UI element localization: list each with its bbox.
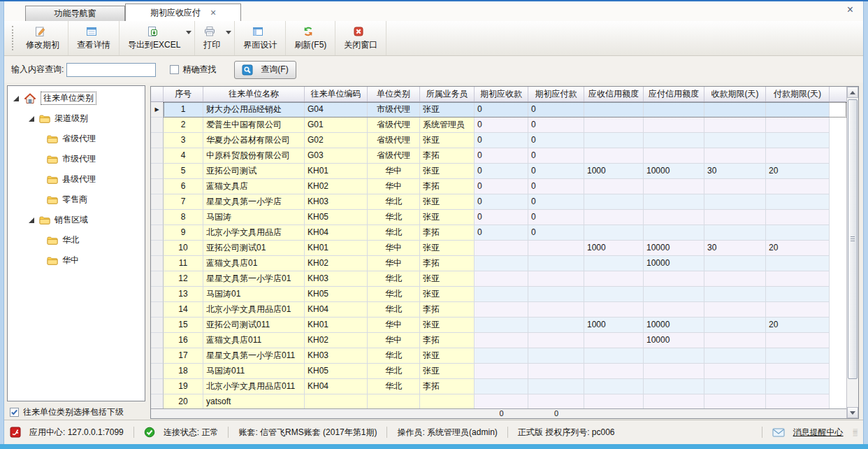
column-header-10[interactable]: 付款期限(天) (766, 87, 830, 101)
tree-node-root[interactable]: 往来单位类别 (8, 88, 145, 108)
column-header-7[interactable]: 应收信用额度 (584, 87, 644, 101)
toolbar-button-edit[interactable]: 修改期初 (17, 21, 68, 55)
close-icon[interactable]: × (847, 3, 853, 16)
tree-node-leaf-0-2[interactable]: 县级代理 (8, 169, 145, 190)
resize-grip[interactable]: ▒ (853, 429, 858, 436)
cell: 华北 (368, 302, 420, 318)
column-header-6[interactable]: 期初应付款 (528, 87, 584, 101)
cell: 蓝猫文具店01 (203, 256, 305, 271)
cell (584, 271, 644, 287)
expander-icon[interactable] (13, 96, 19, 101)
include-sub-label: 往来单位类别选择包括下级 (23, 406, 124, 418)
cell (644, 133, 704, 148)
table-row[interactable]: 13马国涛01KH05华北张亚 (151, 287, 846, 302)
cell: 华中 (368, 256, 420, 271)
exact-match-checkbox[interactable] (170, 65, 179, 74)
table-row[interactable]: 16蓝猫文具店011KH02华中李拓10000 (151, 333, 846, 348)
table-row[interactable]: 8马国涛KH05华北张亚00 (151, 210, 846, 225)
table-row[interactable]: 2爱普生中国有限公司G01省级代理系统管理员00 (151, 117, 846, 133)
toolbar-button-refresh[interactable]: 刷新(F5) (286, 21, 335, 55)
toolbar-button-print[interactable]: 打印 (195, 21, 235, 55)
cell: 0 (528, 117, 584, 133)
row-marker (151, 194, 164, 210)
column-header-4[interactable]: 所属业务员 (420, 87, 475, 101)
column-header-9[interactable]: 收款期限(天) (704, 87, 766, 101)
table-row[interactable]: 20yatsoft (151, 394, 846, 410)
tree-node-leaf-1-1[interactable]: 华中 (8, 250, 145, 271)
folder-icon (47, 195, 58, 205)
table-row[interactable]: 7星星文具第一小学店KH03华北张亚00 (151, 194, 846, 210)
table-row[interactable]: 17星星文具第一小学店011KH03华北张亚 (151, 348, 846, 364)
vertical-scrollbar[interactable] (846, 87, 858, 418)
row-cells: 17星星文具第一小学店011KH03华北张亚 (164, 348, 846, 364)
row-cells: 4中原科贸股份有限公司G03省级代理李拓00 (164, 148, 846, 164)
query-button[interactable]: 查询(F) (234, 61, 296, 79)
cell: 亚拓公司测试 (203, 164, 305, 179)
dropdown-arrow-icon[interactable] (226, 31, 231, 34)
scrollbar-up-icon[interactable] (847, 87, 858, 98)
status-item-text: 正式版 授权序列号: pc006 (518, 427, 615, 439)
cell: 1000 (584, 241, 644, 256)
tree-node-group-0[interactable]: 渠道级别 (8, 108, 145, 129)
column-header-3[interactable]: 单位类别 (368, 87, 420, 101)
cell (704, 194, 766, 210)
toolbar-button-close-window[interactable]: 关闭窗口 (335, 21, 386, 55)
column-header-5[interactable]: 期初应收款 (475, 87, 528, 101)
message-center-link[interactable]: 消息提醒中心 (772, 427, 844, 439)
column-header-2[interactable]: 往来单位编码 (305, 87, 368, 101)
exact-match-option[interactable]: 精确查找 (170, 64, 216, 76)
tree-node-leaf-0-1[interactable]: 市级代理 (8, 149, 145, 169)
tree-node-leaf-0-3[interactable]: 零售商 (8, 190, 145, 210)
tree-node-leaf-1-0[interactable]: 华北 (8, 230, 145, 250)
toolbar-button-excel-export[interactable]: 导出到EXCEL (120, 21, 195, 55)
table-row[interactable]: 18马国涛011KH05华北张亚 (151, 364, 846, 379)
table-row[interactable]: 5亚拓公司测试KH01华中张亚001000100003020 (151, 164, 846, 179)
tree-node-label: 华北 (62, 234, 79, 246)
cell (766, 379, 830, 394)
tree-node-label: 销售区域 (55, 214, 88, 226)
include-sub-option[interactable]: 往来单位类别选择包括下级 (10, 406, 124, 418)
column-header-0[interactable]: 序号 (164, 87, 203, 101)
tree-node-leaf-0-0[interactable]: 省级代理 (8, 129, 145, 149)
tab-initial-receivables-payables[interactable]: 期初应收应付 × (125, 3, 241, 21)
cell: 华北 (368, 271, 420, 287)
cell (584, 102, 644, 117)
cell: 0 (528, 133, 584, 148)
expander-icon[interactable] (29, 218, 34, 223)
table-row[interactable]: 19北京小学文具用品店011KH04华北李拓 (151, 379, 846, 394)
toolbar-drag-handle[interactable] (12, 26, 14, 50)
table-row[interactable]: 6蓝猫文具店KH02华中李拓00 (151, 179, 846, 194)
tab-close-icon[interactable]: × (210, 8, 216, 17)
print-icon (204, 26, 215, 37)
table-row[interactable]: 10亚拓公司测试01KH01华中张亚1000100003020 (151, 241, 846, 256)
include-sub-checkbox[interactable] (10, 408, 19, 417)
cell: 10 (164, 241, 203, 256)
cell: 0 (475, 117, 528, 133)
table-row[interactable]: 12星星文具第一小学店01KH03华北张亚 (151, 271, 846, 287)
cell: 蓝猫文具店011 (203, 333, 305, 348)
dropdown-arrow-icon[interactable] (186, 31, 191, 34)
toolbar-button-ui-design[interactable]: 界面设计 (235, 21, 286, 55)
toolbar-button-details[interactable]: 查看详情 (68, 21, 120, 55)
column-header-8[interactable]: 应付信用额度 (644, 87, 704, 101)
table-row[interactable]: 14北京小学文具用品店01KH04华北李拓 (151, 302, 846, 318)
table-row[interactable]: ▶1财大办公用品经销处G04市级代理张亚00 (151, 102, 846, 117)
cell: 华中 (368, 164, 420, 179)
search-input[interactable] (66, 63, 156, 77)
scrollbar-down-icon[interactable] (847, 407, 858, 418)
row-marker (151, 394, 164, 410)
table-row[interactable]: 9北京小学文具用品店KH04华北李拓00 (151, 225, 846, 241)
table-row[interactable]: 15亚拓公司测试011KH01华中张亚10001000020 (151, 318, 846, 333)
column-header-1[interactable]: 往来单位名称 (203, 87, 305, 101)
cell (584, 210, 644, 225)
table-row[interactable]: 3华夏办公器材有限公司G02省级代理张亚00 (151, 133, 846, 148)
expander-icon[interactable] (29, 116, 34, 122)
excel-export-icon (147, 26, 158, 37)
tab-function-navigation[interactable]: 功能导航窗 (25, 6, 125, 21)
tree-node-group-1[interactable]: 销售区域 (8, 210, 145, 230)
cell (584, 333, 644, 348)
scrollbar-thumb[interactable] (848, 99, 858, 379)
table-row[interactable]: 4中原科贸股份有限公司G03省级代理李拓00 (151, 148, 846, 164)
cell: 中原科贸股份有限公司 (203, 148, 305, 164)
table-row[interactable]: 11蓝猫文具店01KH02华中李拓10000 (151, 256, 846, 271)
